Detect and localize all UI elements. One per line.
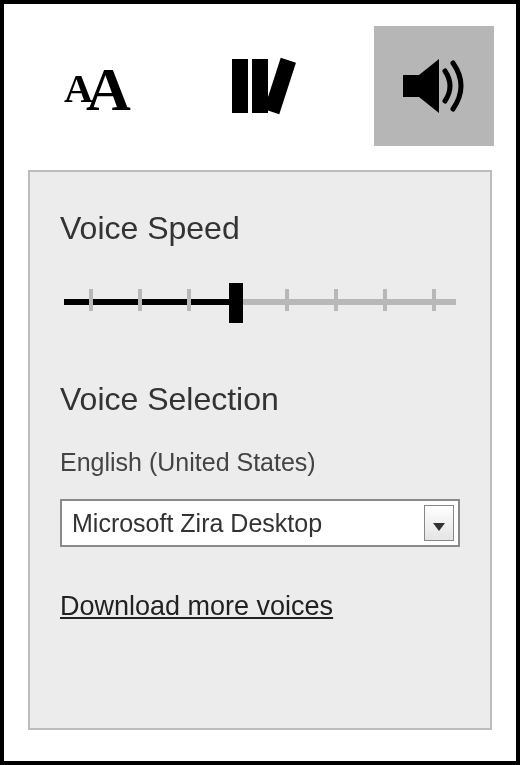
svg-rect-4 bbox=[264, 58, 296, 114]
speaker-icon bbox=[395, 51, 473, 121]
download-more-voices-link[interactable]: Download more voices bbox=[60, 591, 333, 622]
books-icon bbox=[226, 53, 304, 119]
slider-thumb[interactable] bbox=[229, 283, 243, 323]
voice-selection-heading: Voice Selection bbox=[60, 381, 460, 418]
voice-select[interactable]: Microsoft Zira Desktop bbox=[60, 499, 460, 547]
audio-tab[interactable] bbox=[374, 26, 494, 146]
svg-marker-5 bbox=[403, 59, 439, 113]
slider-tick bbox=[383, 289, 387, 311]
chevron-down-icon bbox=[432, 509, 446, 538]
voice-language-label: English (United States) bbox=[60, 448, 460, 477]
library-tab[interactable] bbox=[205, 26, 325, 146]
tab-bar: A A bbox=[4, 4, 516, 146]
voice-select-button[interactable] bbox=[424, 505, 454, 541]
svg-text:A: A bbox=[86, 56, 131, 116]
svg-marker-6 bbox=[433, 523, 445, 531]
text-size-tab[interactable]: A A bbox=[36, 26, 156, 146]
slider-tick bbox=[334, 289, 338, 311]
slider-tick bbox=[138, 289, 142, 311]
svg-rect-2 bbox=[232, 59, 248, 113]
voice-panel: Voice Speed Voice Selection English (Uni… bbox=[28, 170, 492, 730]
slider-tick bbox=[285, 289, 289, 311]
voice-speed-slider[interactable] bbox=[64, 277, 456, 327]
voice-select-value: Microsoft Zira Desktop bbox=[72, 509, 322, 538]
text-size-icon: A A bbox=[56, 56, 136, 116]
slider-tick bbox=[89, 289, 93, 311]
slider-tick bbox=[432, 289, 436, 311]
slider-tick bbox=[187, 289, 191, 311]
voice-speed-heading: Voice Speed bbox=[60, 210, 460, 247]
